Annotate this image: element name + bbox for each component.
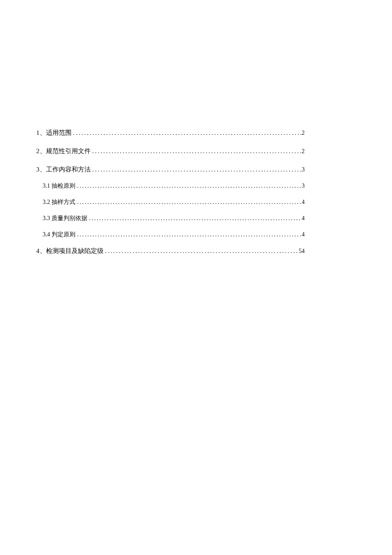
toc-entry: 3.4 判定原则 4 bbox=[36, 231, 305, 238]
toc-leader-dots bbox=[91, 166, 302, 173]
toc-entry: 3.2 抽样方式 4 bbox=[36, 198, 305, 206]
toc-label: 4、检测项目及缺陷定级 bbox=[36, 247, 104, 255]
toc-leader-dots bbox=[91, 148, 302, 155]
toc-label: 3、工作内容和方法 bbox=[36, 166, 91, 174]
toc-page-number: 3 bbox=[302, 183, 305, 189]
toc-leader-dots bbox=[75, 183, 302, 189]
toc-entry: 2、规范性引用文件 2 bbox=[36, 147, 305, 155]
toc-page-number: 3 bbox=[302, 166, 305, 173]
toc-label: 3.2 抽样方式 bbox=[43, 198, 75, 206]
toc-entry: 1、适用范围 2 bbox=[36, 129, 305, 137]
toc-label: 3.4 判定原则 bbox=[43, 231, 75, 238]
toc-leader-dots bbox=[75, 199, 302, 206]
toc-entry: 3、工作内容和方法 3 bbox=[36, 166, 305, 174]
toc-leader-dots bbox=[104, 247, 299, 255]
toc-page-number: 4 bbox=[302, 231, 305, 238]
toc-leader-dots bbox=[72, 129, 302, 137]
toc-label: 3.3 质量判别依据 bbox=[43, 215, 87, 222]
toc-page: 1、适用范围 2 2、规范性引用文件 2 3、工作内容和方法 3 3.1 抽检原… bbox=[0, 0, 392, 255]
toc-leader-dots bbox=[75, 231, 302, 238]
toc-label: 2、规范性引用文件 bbox=[36, 147, 91, 155]
toc-page-number: 2 bbox=[302, 148, 305, 155]
toc-label: 1、适用范围 bbox=[36, 129, 72, 137]
toc-page-number: 54 bbox=[299, 248, 305, 255]
toc-leader-dots bbox=[87, 215, 302, 222]
toc-page-number: 2 bbox=[302, 130, 305, 137]
toc-label: 3.1 抽检原则 bbox=[43, 182, 75, 190]
toc-entry: 3.1 抽检原则 3 bbox=[36, 182, 305, 190]
toc-entry: 3.3 质量判别依据 4 bbox=[36, 215, 305, 222]
toc-entry: 4、检测项目及缺陷定级 54 bbox=[36, 247, 305, 255]
toc-page-number: 4 bbox=[302, 215, 305, 222]
toc-page-number: 4 bbox=[302, 199, 305, 206]
